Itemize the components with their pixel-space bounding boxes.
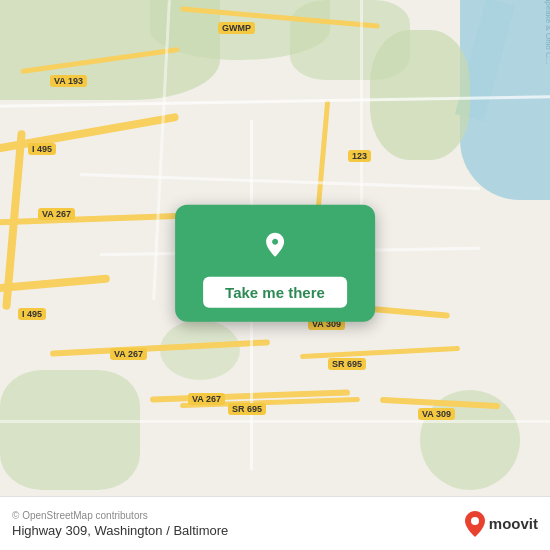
moovit-brand-text: moovit	[489, 515, 538, 532]
label-i495-2: I 495	[18, 308, 46, 320]
label-va267-1: VA 267	[38, 208, 75, 220]
water-label: Chesapeake & Ohio C...	[544, 0, 551, 65]
bottom-bar: © OpenStreetMap contributors Highway 309…	[0, 496, 550, 550]
label-123: 123	[348, 150, 371, 162]
moovit-logo: moovit	[465, 511, 538, 537]
minor-road-4	[0, 420, 550, 423]
green-area-5	[0, 370, 140, 490]
moovit-pin-icon	[465, 511, 485, 537]
label-va193: VA 193	[50, 75, 87, 87]
location-label: Highway 309, Washington / Baltimore	[12, 523, 228, 538]
label-va267-2: VA 267	[110, 348, 147, 360]
take-me-there-button[interactable]: Take me there	[203, 277, 347, 308]
label-sr695-2: SR 695	[228, 403, 266, 415]
green-area-4	[290, 0, 410, 80]
label-gwmp: GWMP	[218, 22, 255, 34]
label-i495-1: I 495	[28, 143, 56, 155]
popup-card: Take me there	[175, 205, 375, 322]
label-va309-2: VA 309	[418, 408, 455, 420]
svg-point-1	[471, 517, 479, 525]
label-va267-3: VA 267	[188, 393, 225, 405]
map-container: VA 193 I 495 VA 267 I 495 VA 267 VA 267 …	[0, 0, 550, 550]
svg-point-0	[253, 223, 297, 267]
location-pin-icon	[253, 223, 297, 267]
osm-credit: © OpenStreetMap contributors	[12, 510, 228, 521]
label-sr695-1: SR 695	[328, 358, 366, 370]
